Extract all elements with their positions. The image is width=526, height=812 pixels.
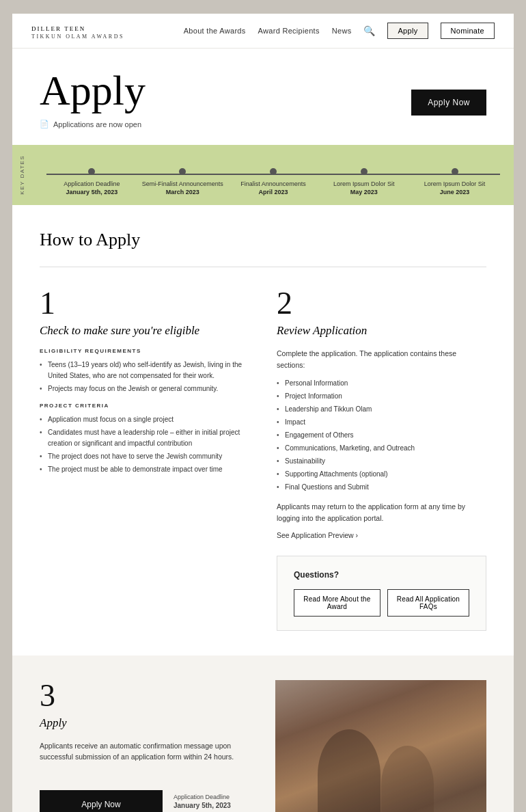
- read-more-award-button[interactable]: Read More About the Award: [294, 589, 380, 617]
- eligibility-list: Teens (13–19 years old) who self-identif…: [40, 360, 249, 394]
- step-1-column: 1 Check to make sure you're eligible ELI…: [40, 288, 249, 630]
- timeline-section: Key Dates Application Deadline January 5…: [12, 145, 514, 205]
- timeline-event-label: Application Deadline: [64, 180, 120, 187]
- timeline-item: Semi-Finalist Announcements March 2023: [137, 168, 228, 195]
- timeline-dot: [452, 168, 458, 175]
- list-item: Final Questions and Submit: [277, 482, 486, 493]
- step-3-number: 3: [40, 680, 251, 712]
- step-3-content: 3 Apply Applicants receive an automatic …: [40, 680, 251, 812]
- site-header: Diller TEEN TIKKUN OLAM AWARDS About the…: [12, 14, 514, 49]
- nav-news[interactable]: News: [332, 27, 352, 35]
- applications-status: Applications are now open: [53, 120, 141, 128]
- list-item: Project Information: [277, 391, 486, 402]
- timeline-dot: [361, 168, 368, 175]
- list-item: Impact: [277, 417, 486, 428]
- site-logo: Diller TEEN TIKKUN OLAM AWARDS: [31, 22, 124, 40]
- timeline-event-label: Semi-Finalist Announcements: [142, 180, 223, 187]
- document-icon: 📄: [40, 120, 49, 128]
- how-to-apply-title: How to Apply: [40, 230, 486, 250]
- hero-section: Apply 📄 Applications are now open Apply …: [12, 49, 514, 145]
- page-title: Apply: [40, 69, 146, 111]
- section-divider: [40, 267, 486, 267]
- timeline-dot: [88, 168, 95, 175]
- criteria-heading: PROJECT CRITERIA: [40, 403, 249, 409]
- main-nav: About the Awards Award Recipients News 🔍…: [184, 23, 495, 39]
- step-3-body: Applicants receive an automatic confirma…: [40, 740, 251, 763]
- timeline-event-label: Lorem Ipsum Dolor Sit: [424, 180, 486, 187]
- timeline-event-date: April 2023: [240, 189, 306, 195]
- how-to-apply-section: How to Apply 1 Check to make sure you're…: [12, 205, 514, 655]
- logo-teen: TEEN: [64, 25, 85, 32]
- search-icon[interactable]: 🔍: [363, 25, 375, 37]
- timeline-event-date: March 2023: [142, 189, 223, 195]
- step-1-number: 1: [40, 288, 249, 319]
- sections-list: Personal Information Project Information…: [277, 378, 486, 493]
- timeline-item: Lorem Ipsum Dolor Sit May 2023: [318, 168, 409, 195]
- timeline-event-label: Lorem Ipsum Dolor Sit: [333, 180, 395, 187]
- step-3-title: Apply: [40, 716, 251, 731]
- list-item: Candidates must have a leadership role –…: [40, 427, 249, 449]
- timeline-item: Finalist Announcements April 2023: [228, 168, 319, 195]
- nav-recipients[interactable]: Award Recipients: [258, 27, 320, 35]
- nav-apply-button[interactable]: Apply: [387, 23, 428, 39]
- list-item: Leadership and Tikkun Olam: [277, 404, 486, 415]
- nav-nominate-button[interactable]: Nominate: [441, 23, 495, 39]
- list-item: Projects may focus on the Jewish or gene…: [40, 383, 249, 394]
- apply-now-button-hero[interactable]: Apply Now: [411, 90, 486, 116]
- eligibility-heading: ELIGIBILITY REQUIREMENTS: [40, 348, 249, 354]
- timeline-event-label: Finalist Announcements: [240, 180, 306, 187]
- list-item: Personal Information: [277, 378, 486, 389]
- nav-about[interactable]: About the Awards: [184, 27, 246, 35]
- timeline-event-date: January 5th, 2023: [64, 189, 120, 195]
- timeline-label: Key Dates: [12, 155, 33, 195]
- logo-subtitle: TIKKUN OLAM AWARDS: [31, 34, 124, 40]
- list-item: Application must focus on a single proje…: [40, 414, 249, 425]
- video-overlay: [275, 680, 486, 812]
- timeline-item: Lorem Ipsum Dolor Sit June 2023: [409, 168, 500, 195]
- questions-box: Questions? Read More About the Award Rea…: [277, 556, 486, 631]
- timeline-item: Application Deadline January 5th, 2023: [46, 168, 137, 195]
- list-item: Supporting Attachments (optional): [277, 469, 486, 480]
- step-2-column: 2 Review Application Complete the applic…: [277, 288, 486, 630]
- timeline-dot: [270, 168, 277, 175]
- read-faqs-button[interactable]: Read All Application FAQs: [387, 589, 469, 617]
- list-item: Communications, Marketing, and Outreach: [277, 443, 486, 454]
- list-item: Teens (13–19 years old) who self-identif…: [40, 360, 249, 381]
- video-thumbnail: Watch Video: [275, 680, 486, 812]
- logo-name: Diller: [31, 25, 61, 32]
- step-2-outro: Applicants may return to the application…: [277, 501, 486, 524]
- list-item: Sustainability: [277, 456, 486, 467]
- step-3-section: 3 Apply Applicants receive an automatic …: [12, 655, 514, 812]
- step-1-title: Check to make sure you're eligible: [40, 323, 249, 338]
- questions-label: Questions?: [294, 570, 469, 580]
- deadline-date: January 5th, 2023: [174, 802, 231, 809]
- deadline-label: Application Deadline: [174, 794, 231, 800]
- step-2-intro: Complete the application. The applicatio…: [277, 348, 486, 371]
- timeline-dot: [179, 168, 186, 175]
- timeline-event-date: May 2023: [333, 189, 395, 195]
- see-preview-link[interactable]: See Application Preview: [277, 531, 486, 539]
- apply-now-button-step3[interactable]: Apply Now: [40, 790, 163, 812]
- criteria-list: Application must focus on a single proje…: [40, 414, 249, 475]
- step-2-number: 2: [277, 288, 486, 319]
- list-item: Engagement of Others: [277, 430, 486, 441]
- step-2-title: Review Application: [277, 323, 486, 338]
- list-item: The project must be able to demonstrate …: [40, 464, 249, 475]
- list-item: The project does not have to serve the J…: [40, 451, 249, 462]
- video-container: Watch Video: [275, 680, 486, 812]
- timeline-event-date: June 2023: [424, 189, 486, 195]
